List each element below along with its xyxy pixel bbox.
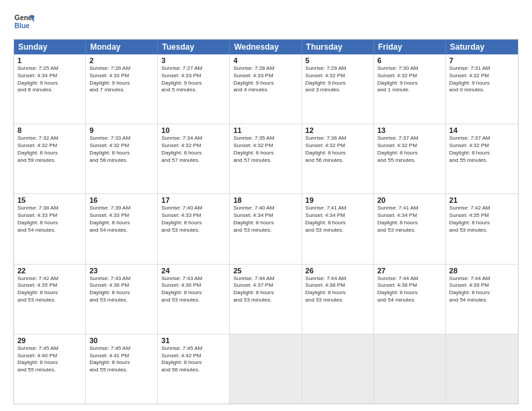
- svg-text:Blue: Blue: [15, 22, 30, 30]
- cell-info: Sunrise: 7:34 AMSunset: 4:32 PMDaylight:…: [161, 135, 226, 164]
- cell-info: Sunrise: 7:32 AMSunset: 4:32 PMDaylight:…: [17, 135, 82, 164]
- cell-info: Sunrise: 7:43 AMSunset: 4:36 PMDaylight:…: [161, 275, 226, 304]
- cell-info: Sunrise: 7:44 AMSunset: 4:39 PMDaylight:…: [449, 275, 515, 304]
- cell-info: Sunrise: 7:29 AMSunset: 4:32 PMDaylight:…: [306, 65, 370, 94]
- day-number: 24: [161, 267, 226, 275]
- day-cell-9: 9Sunrise: 7:33 AMSunset: 4:32 PMDaylight…: [86, 124, 158, 193]
- empty-cell: [230, 334, 302, 404]
- cell-info: Sunrise: 7:31 AMSunset: 4:32 PMDaylight:…: [449, 65, 515, 94]
- header-cell-monday: Monday: [86, 40, 158, 54]
- day-number: 4: [233, 56, 298, 64]
- day-number: 5: [306, 56, 370, 64]
- day-number: 19: [306, 196, 370, 204]
- day-cell-31: 31Sunrise: 7:45 AMSunset: 4:42 PMDayligh…: [158, 334, 230, 404]
- cell-info: Sunrise: 7:28 AMSunset: 4:33 PMDaylight:…: [233, 65, 298, 94]
- day-cell-17: 17Sunrise: 7:40 AMSunset: 4:33 PMDayligh…: [158, 194, 230, 263]
- day-cell-29: 29Sunrise: 7:45 AMSunset: 4:40 PMDayligh…: [14, 334, 86, 404]
- header: General Blue: [13, 11, 519, 32]
- day-cell-8: 8Sunrise: 7:32 AMSunset: 4:32 PMDaylight…: [14, 124, 86, 193]
- cell-info: Sunrise: 7:30 AMSunset: 4:32 PMDaylight:…: [378, 65, 442, 94]
- cell-info: Sunrise: 7:42 AMSunset: 4:35 PMDaylight:…: [17, 275, 82, 304]
- cell-info: Sunrise: 7:41 AMSunset: 4:34 PMDaylight:…: [306, 205, 370, 234]
- day-cell-10: 10Sunrise: 7:34 AMSunset: 4:32 PMDayligh…: [158, 124, 230, 193]
- day-number: 18: [233, 196, 298, 204]
- cell-info: Sunrise: 7:26 AMSunset: 4:33 PMDaylight:…: [89, 65, 154, 94]
- day-cell-14: 14Sunrise: 7:37 AMSunset: 4:32 PMDayligh…: [446, 124, 518, 193]
- calendar: SundayMondayTuesdayWednesdayThursdayFrid…: [13, 39, 519, 404]
- header-cell-thursday: Thursday: [302, 40, 374, 54]
- cell-info: Sunrise: 7:43 AMSunset: 4:36 PMDaylight:…: [89, 275, 154, 304]
- calendar-row-0: 1Sunrise: 7:25 AMSunset: 4:34 PMDaylight…: [14, 54, 518, 124]
- empty-cell: [302, 334, 374, 404]
- header-cell-tuesday: Tuesday: [158, 40, 230, 54]
- day-cell-16: 16Sunrise: 7:39 AMSunset: 4:33 PMDayligh…: [86, 194, 158, 263]
- day-cell-28: 28Sunrise: 7:44 AMSunset: 4:39 PMDayligh…: [446, 265, 518, 334]
- cell-info: Sunrise: 7:33 AMSunset: 4:32 PMDaylight:…: [89, 135, 154, 164]
- cell-info: Sunrise: 7:27 AMSunset: 4:33 PMDaylight:…: [161, 65, 226, 94]
- cell-info: Sunrise: 7:42 AMSunset: 4:35 PMDaylight:…: [449, 205, 515, 234]
- day-cell-18: 18Sunrise: 7:40 AMSunset: 4:34 PMDayligh…: [230, 194, 302, 263]
- day-cell-21: 21Sunrise: 7:42 AMSunset: 4:35 PMDayligh…: [446, 194, 518, 263]
- cell-info: Sunrise: 7:45 AMSunset: 4:41 PMDaylight:…: [89, 345, 154, 374]
- cell-info: Sunrise: 7:39 AMSunset: 4:33 PMDaylight:…: [89, 205, 154, 234]
- empty-cell: [374, 334, 446, 404]
- calendar-body: 1Sunrise: 7:25 AMSunset: 4:34 PMDaylight…: [14, 54, 518, 404]
- day-number: 16: [89, 196, 154, 204]
- day-number: 25: [233, 267, 298, 275]
- calendar-row-4: 29Sunrise: 7:45 AMSunset: 4:40 PMDayligh…: [14, 334, 518, 404]
- calendar-header: SundayMondayTuesdayWednesdayThursdayFrid…: [14, 40, 518, 54]
- day-cell-30: 30Sunrise: 7:45 AMSunset: 4:41 PMDayligh…: [86, 334, 158, 404]
- calendar-row-3: 22Sunrise: 7:42 AMSunset: 4:35 PMDayligh…: [14, 264, 518, 334]
- day-number: 7: [449, 56, 515, 64]
- day-number: 21: [449, 196, 515, 204]
- day-number: 6: [378, 56, 442, 64]
- day-number: 29: [17, 336, 82, 345]
- calendar-row-2: 15Sunrise: 7:38 AMSunset: 4:33 PMDayligh…: [14, 193, 518, 263]
- day-number: 17: [161, 196, 226, 204]
- day-cell-1: 1Sunrise: 7:25 AMSunset: 4:34 PMDaylight…: [14, 54, 86, 124]
- day-cell-22: 22Sunrise: 7:42 AMSunset: 4:35 PMDayligh…: [14, 265, 86, 334]
- cell-info: Sunrise: 7:35 AMSunset: 4:32 PMDaylight:…: [233, 135, 298, 164]
- cell-info: Sunrise: 7:41 AMSunset: 4:34 PMDaylight:…: [378, 205, 442, 234]
- cell-info: Sunrise: 7:45 AMSunset: 4:40 PMDaylight:…: [17, 345, 82, 374]
- day-number: 26: [306, 267, 370, 275]
- day-number: 20: [378, 196, 442, 204]
- header-cell-saturday: Saturday: [446, 40, 518, 54]
- page: General Blue SundayMondayTuesdayWednesda…: [0, 0, 532, 411]
- day-number: 28: [449, 267, 515, 275]
- cell-info: Sunrise: 7:40 AMSunset: 4:34 PMDaylight:…: [233, 205, 298, 234]
- day-number: 10: [161, 126, 226, 134]
- day-cell-13: 13Sunrise: 7:37 AMSunset: 4:32 PMDayligh…: [374, 124, 446, 193]
- day-cell-6: 6Sunrise: 7:30 AMSunset: 4:32 PMDaylight…: [374, 54, 446, 124]
- day-number: 2: [89, 56, 154, 64]
- header-cell-friday: Friday: [374, 40, 446, 54]
- calendar-row-1: 8Sunrise: 7:32 AMSunset: 4:32 PMDaylight…: [14, 124, 518, 193]
- cell-info: Sunrise: 7:45 AMSunset: 4:42 PMDaylight:…: [161, 345, 226, 374]
- day-number: 13: [378, 126, 442, 134]
- cell-info: Sunrise: 7:44 AMSunset: 4:38 PMDaylight:…: [378, 275, 442, 304]
- day-number: 23: [89, 267, 154, 275]
- day-cell-25: 25Sunrise: 7:44 AMSunset: 4:37 PMDayligh…: [230, 265, 302, 334]
- day-cell-5: 5Sunrise: 7:29 AMSunset: 4:32 PMDaylight…: [302, 54, 374, 124]
- day-number: 11: [233, 126, 298, 134]
- logo: General Blue: [13, 11, 35, 32]
- cell-info: Sunrise: 7:40 AMSunset: 4:33 PMDaylight:…: [161, 205, 226, 234]
- day-number: 8: [17, 126, 82, 134]
- day-cell-27: 27Sunrise: 7:44 AMSunset: 4:38 PMDayligh…: [374, 265, 446, 334]
- day-number: 9: [89, 126, 154, 134]
- cell-info: Sunrise: 7:38 AMSunset: 4:33 PMDaylight:…: [17, 205, 82, 234]
- day-cell-15: 15Sunrise: 7:38 AMSunset: 4:33 PMDayligh…: [14, 194, 86, 263]
- cell-info: Sunrise: 7:37 AMSunset: 4:32 PMDaylight:…: [449, 135, 515, 164]
- day-cell-4: 4Sunrise: 7:28 AMSunset: 4:33 PMDaylight…: [230, 54, 302, 124]
- day-number: 12: [306, 126, 370, 134]
- header-cell-wednesday: Wednesday: [230, 40, 302, 54]
- cell-info: Sunrise: 7:25 AMSunset: 4:34 PMDaylight:…: [17, 65, 82, 94]
- day-number: 3: [161, 56, 226, 64]
- day-number: 14: [449, 126, 515, 134]
- day-number: 22: [17, 267, 82, 275]
- day-number: 15: [17, 196, 82, 204]
- day-cell-24: 24Sunrise: 7:43 AMSunset: 4:36 PMDayligh…: [158, 265, 230, 334]
- cell-info: Sunrise: 7:44 AMSunset: 4:37 PMDaylight:…: [233, 275, 298, 304]
- cell-info: Sunrise: 7:44 AMSunset: 4:38 PMDaylight:…: [306, 275, 370, 304]
- day-cell-26: 26Sunrise: 7:44 AMSunset: 4:38 PMDayligh…: [302, 265, 374, 334]
